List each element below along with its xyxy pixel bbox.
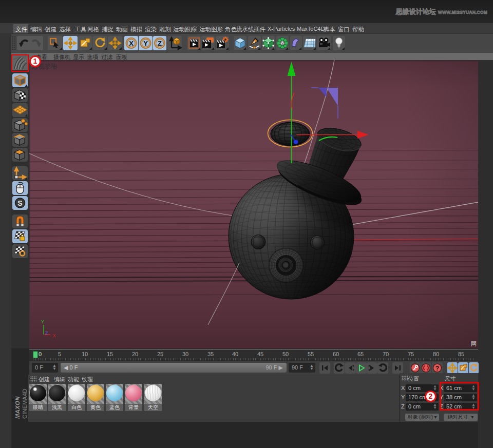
svg-text:X: X — [129, 40, 134, 47]
svg-text:Z: Z — [158, 40, 162, 47]
svg-text:S: S — [17, 199, 22, 207]
svg-text:Y: Y — [143, 40, 148, 47]
svg-text:- X: - X — [50, 333, 56, 338]
svg-text:Y: Y — [41, 319, 44, 324]
svg-text:Z: Z — [45, 330, 48, 336]
svg-text:?: ? — [435, 365, 439, 372]
